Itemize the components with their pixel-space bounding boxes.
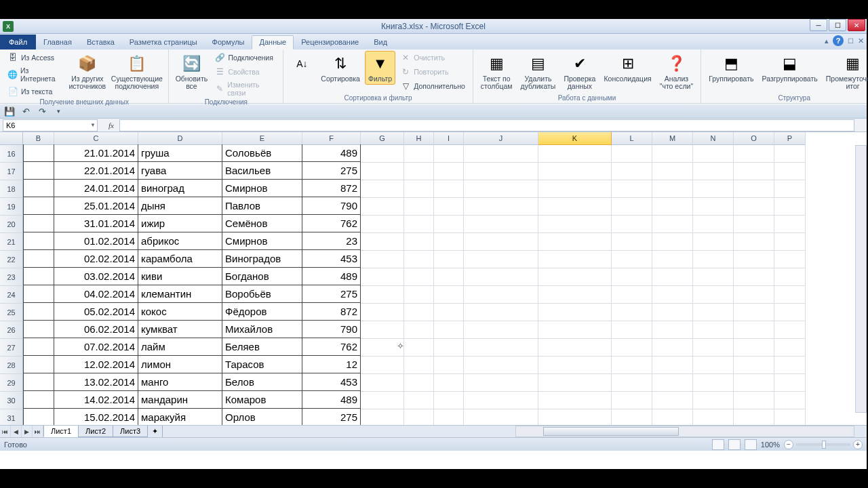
cell[interactable] [361, 286, 404, 304]
cell[interactable] [734, 304, 774, 321]
cell[interactable]: 04.02.2014 [54, 285, 138, 303]
cell[interactable]: киви [138, 268, 222, 285]
cell[interactable] [774, 321, 806, 339]
cell[interactable] [734, 357, 774, 374]
cell[interactable] [434, 409, 464, 425]
cell[interactable] [23, 303, 54, 321]
cell[interactable] [734, 163, 774, 180]
cell[interactable]: 07.02.2014 [54, 338, 138, 356]
cell[interactable] [612, 339, 652, 357]
cell[interactable] [612, 321, 652, 339]
cell[interactable] [652, 286, 693, 304]
column-header-F[interactable]: F [302, 132, 361, 145]
vertical-scrollbar[interactable] [855, 145, 867, 413]
row-header[interactable]: 27 [0, 339, 23, 357]
cell[interactable]: 275 [302, 409, 361, 425]
ungroup-button[interactable]: ⬓Разгруппировать [759, 51, 821, 85]
cell[interactable]: 13.02.2014 [54, 373, 138, 391]
cell[interactable]: 25.01.2014 [54, 197, 138, 215]
cell[interactable]: мандарин [138, 391, 222, 409]
cell[interactable] [774, 374, 806, 392]
cell[interactable] [404, 392, 434, 409]
cell[interactable]: ижир [138, 215, 222, 232]
cell[interactable] [434, 163, 464, 180]
from-other-sources-button[interactable]: 📦Из других источников [66, 51, 108, 92]
formula-bar[interactable] [119, 119, 854, 131]
cell[interactable] [464, 321, 538, 339]
cell[interactable] [23, 144, 54, 162]
cell[interactable] [464, 198, 538, 216]
cell[interactable]: 24.01.2014 [54, 180, 138, 197]
cell[interactable] [434, 216, 464, 233]
cell[interactable]: 453 [302, 250, 361, 268]
cell[interactable] [464, 304, 538, 321]
cell[interactable] [361, 180, 404, 198]
properties-button[interactable]: ☰Свойства [212, 65, 279, 79]
cell[interactable] [23, 356, 54, 373]
cell[interactable] [404, 251, 434, 268]
cell[interactable] [734, 233, 774, 251]
cell[interactable] [404, 339, 434, 357]
column-header-O[interactable]: O [734, 132, 774, 145]
cell[interactable]: гуава [138, 162, 222, 180]
cell[interactable]: Михайлов [222, 321, 302, 338]
help-icon[interactable]: ? [833, 35, 844, 46]
sheet-tab[interactable]: Лист1 [43, 426, 79, 437]
sort-asc-button[interactable]: A↓ [288, 51, 316, 77]
cell[interactable] [652, 321, 693, 339]
cell[interactable] [538, 304, 612, 321]
cell[interactable] [652, 339, 693, 357]
window-restore-icon[interactable]: ☐ [848, 37, 854, 45]
tab-Главная[interactable]: Главная [36, 35, 79, 49]
zoom-out-button[interactable]: − [784, 440, 793, 449]
cell[interactable] [774, 163, 806, 180]
cell[interactable] [612, 216, 652, 233]
cell[interactable] [652, 374, 693, 392]
cell[interactable]: Смирнов [222, 180, 302, 197]
column-header-E[interactable]: E [222, 132, 302, 145]
cell[interactable] [612, 392, 652, 409]
cell[interactable] [23, 338, 54, 356]
cell[interactable] [361, 163, 404, 180]
cell[interactable] [464, 268, 538, 286]
cell[interactable] [734, 286, 774, 304]
cell[interactable] [434, 374, 464, 392]
cell[interactable] [464, 339, 538, 357]
maximize-button[interactable]: ☐ [829, 19, 846, 31]
cell[interactable] [23, 232, 54, 250]
cell[interactable]: Васильев [222, 162, 302, 180]
cell[interactable]: 453 [302, 373, 361, 391]
cell[interactable] [538, 145, 612, 163]
minimize-button[interactable]: ─ [810, 19, 827, 31]
cell[interactable] [361, 392, 404, 409]
tab-Данные[interactable]: Данные [252, 35, 294, 49]
cell[interactable]: 05.02.2014 [54, 303, 138, 321]
cell[interactable] [434, 392, 464, 409]
cell[interactable] [734, 198, 774, 216]
prev-sheet-button[interactable]: ◀ [11, 426, 22, 437]
row-header[interactable]: 20 [0, 216, 23, 233]
cell[interactable] [612, 304, 652, 321]
column-header-J[interactable]: J [464, 132, 538, 145]
cell[interactable] [734, 180, 774, 198]
cell[interactable] [774, 304, 806, 321]
cell[interactable] [404, 321, 434, 339]
cell[interactable]: Богданов [222, 268, 302, 285]
cell[interactable] [734, 339, 774, 357]
cell[interactable]: 275 [302, 162, 361, 180]
row-header[interactable]: 23 [0, 268, 23, 286]
cell[interactable] [361, 304, 404, 321]
cell[interactable]: Павлов [222, 197, 302, 215]
cell[interactable] [23, 409, 54, 425]
page-layout-view-button[interactable] [728, 439, 741, 450]
cell[interactable] [693, 339, 734, 357]
cell[interactable] [693, 163, 734, 180]
cell[interactable]: Фёдоров [222, 303, 302, 321]
cell[interactable] [464, 374, 538, 392]
cell[interactable] [538, 216, 612, 233]
cell[interactable] [734, 321, 774, 339]
cell[interactable]: 872 [302, 303, 361, 321]
row-header[interactable]: 26 [0, 321, 23, 339]
edit-links-button[interactable]: ✎Изменить связи [212, 79, 279, 98]
row-header[interactable]: 16 [0, 145, 23, 163]
